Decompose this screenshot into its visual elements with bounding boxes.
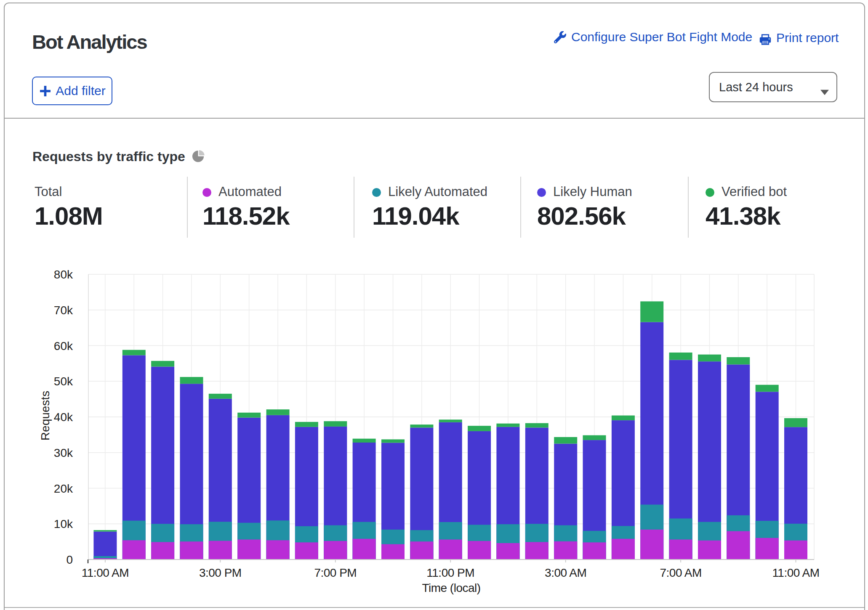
svg-text:80k: 80k <box>54 268 73 281</box>
svg-text:7:00 AM: 7:00 AM <box>660 566 701 579</box>
svg-text:Requests: Requests <box>39 391 52 440</box>
svg-text:20k: 20k <box>54 482 73 495</box>
svg-text:60k: 60k <box>54 339 73 353</box>
svg-text:Time (local): Time (local) <box>422 581 480 594</box>
svg-text:3:00 PM: 3:00 PM <box>199 566 242 579</box>
svg-text:11:00 AM: 11:00 AM <box>82 566 129 579</box>
svg-text:3:00 AM: 3:00 AM <box>545 566 586 579</box>
svg-text:11:00 AM: 11:00 AM <box>772 566 819 579</box>
svg-text:11:00 PM: 11:00 PM <box>426 566 474 579</box>
svg-text:7:00 PM: 7:00 PM <box>314 566 357 579</box>
svg-text:10k: 10k <box>54 517 73 530</box>
svg-text:0: 0 <box>66 553 73 566</box>
svg-text:50k: 50k <box>54 375 73 388</box>
svg-text:70k: 70k <box>54 304 73 317</box>
svg-text:40k: 40k <box>54 411 73 424</box>
svg-text:30k: 30k <box>54 446 73 459</box>
